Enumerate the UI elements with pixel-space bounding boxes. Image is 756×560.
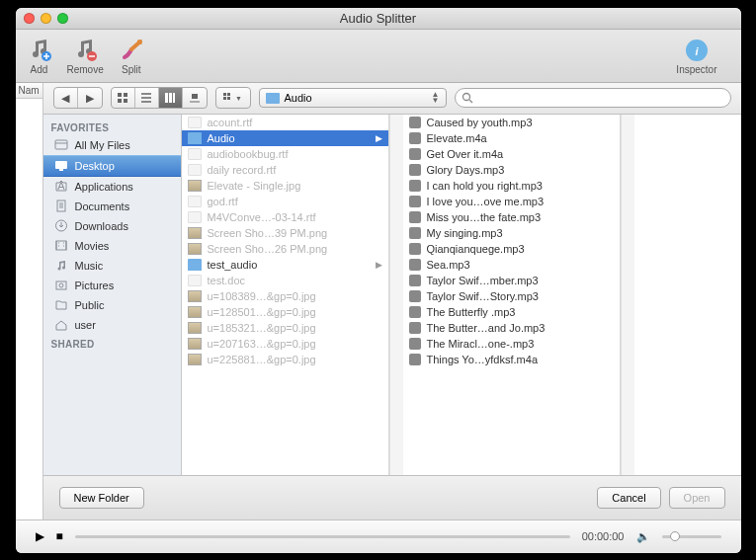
search-field[interactable] — [455, 88, 731, 108]
audio-thumbnail-icon — [409, 243, 421, 255]
sidebar-item-desktop[interactable]: Desktop — [43, 155, 181, 177]
svg-rect-18 — [55, 161, 67, 169]
list-item[interactable]: Glory Days.mp3 — [403, 162, 620, 178]
movies-icon — [53, 239, 69, 253]
svg-rect-6 — [118, 99, 122, 103]
audio-thumbnail-icon — [409, 259, 421, 271]
cancel-button[interactable]: Cancel — [597, 487, 660, 509]
path-popup[interactable]: Audio ▲▼ — [259, 88, 447, 108]
list-item-label: acount.rtf — [208, 117, 253, 128]
sidebar-item-label: Applications — [75, 181, 133, 193]
list-item[interactable]: The Miracl…one-.mp3 — [403, 336, 620, 352]
browser-column-1[interactable]: acount.rtfAudio▶audiobookbug.rtfdaily re… — [182, 115, 389, 475]
svg-point-16 — [462, 94, 469, 101]
svg-rect-7 — [124, 99, 127, 103]
list-item[interactable]: Things Yo…yfdksf.m4a — [403, 352, 620, 367]
list-item[interactable]: Screen Sho…39 PM.png — [182, 225, 388, 241]
column-view-button[interactable] — [159, 88, 183, 108]
finder-toolbar: ◀ ▶ ▼ Audio ▲▼ — [43, 83, 741, 115]
document-icon — [188, 275, 202, 286]
sidebar-item-applications[interactable]: AApplications — [43, 177, 181, 197]
split-button[interactable]: Split — [118, 37, 145, 75]
forward-button[interactable]: ▶ — [78, 88, 102, 108]
list-item[interactable]: Get Over it.m4a — [403, 146, 620, 162]
open-button[interactable]: Open — [669, 487, 725, 509]
list-item[interactable]: Miss you…the fate.mp3 — [403, 209, 620, 225]
list-item[interactable]: Screen Sho…26 PM.png — [182, 241, 388, 257]
favorites-header: FAVORITES — [43, 119, 181, 135]
list-item-label: The Miracl…one-.mp3 — [427, 338, 535, 350]
list-item-label: M4VConve…-03-14.rtf — [208, 211, 316, 223]
icon-view-button[interactable] — [112, 88, 135, 108]
list-item[interactable]: Taylor Swif…mber.mp3 — [403, 273, 620, 288]
list-item-label: daily record.rtf — [208, 164, 277, 176]
list-item[interactable]: audiobookbug.rtf — [182, 146, 388, 162]
list-item[interactable]: daily record.rtf — [182, 162, 388, 178]
list-item[interactable]: I love you…ove me.mp3 — [403, 194, 620, 209]
sidebar-item-label: Public — [75, 299, 105, 311]
svg-rect-11 — [192, 94, 198, 99]
name-column-header[interactable]: Nam — [16, 83, 42, 99]
sidebar-item-pictures[interactable]: Pictures — [43, 276, 181, 295]
list-item-label: test_audio — [208, 259, 258, 271]
applications-icon: A — [53, 180, 69, 194]
list-item[interactable]: My singing.mp3 — [403, 225, 620, 241]
list-item-label: Taylor Swif…mber.mp3 — [427, 275, 539, 286]
arrange-menu[interactable]: ▼ — [215, 87, 251, 109]
sidebar-item-movies[interactable]: Movies — [43, 236, 181, 256]
list-item[interactable]: test_audio▶ — [182, 257, 388, 273]
inspector-button[interactable]: i Inspector — [676, 37, 716, 75]
browser-column-2[interactable]: Caused by youth.mp3Elevate.m4aGet Over i… — [403, 115, 621, 475]
list-item[interactable]: The Butter…and Jo.mp3 — [403, 320, 620, 336]
sidebar-item-user[interactable]: user — [43, 315, 181, 335]
list-item-label: u=225881…&gp=0.jpg — [208, 354, 316, 365]
sidebar-item-music[interactable]: Music — [43, 256, 181, 276]
list-item[interactable]: Caused by youth.mp3 — [403, 115, 620, 130]
list-item[interactable]: u=185321…&gp=0.jpg — [182, 320, 388, 336]
svg-rect-15 — [227, 97, 230, 100]
list-item[interactable]: Taylor Swif…Story.mp3 — [403, 288, 620, 304]
list-item[interactable]: u=128501…&gp=0.jpg — [182, 304, 388, 320]
new-folder-button[interactable]: New Folder — [59, 487, 144, 509]
list-item[interactable]: Sea.mp3 — [403, 257, 620, 273]
list-item[interactable]: test.doc — [182, 273, 388, 288]
back-button[interactable]: ◀ — [54, 88, 78, 108]
list-item[interactable]: acount.rtf — [182, 115, 388, 130]
sidebar-item-documents[interactable]: Documents — [43, 197, 181, 216]
list-item[interactable]: u=108389…&gp=0.jpg — [182, 288, 388, 304]
stop-button[interactable]: ■ — [56, 529, 63, 543]
audio-thumbnail-icon — [409, 338, 421, 350]
remove-button[interactable]: Remove — [67, 37, 104, 75]
list-item[interactable]: u=207163…&gp=0.jpg — [182, 336, 388, 352]
image-icon — [188, 306, 202, 318]
list-item[interactable]: The Butterfly .mp3 — [403, 304, 620, 320]
view-mode-segment — [111, 87, 208, 109]
sidebar-item-all-my-files[interactable]: All My Files — [43, 135, 181, 155]
list-item-label: The Butterfly .mp3 — [427, 306, 516, 318]
list-item[interactable]: god.rtf — [182, 194, 388, 209]
scrollbar[interactable] — [621, 115, 634, 475]
list-item[interactable]: M4VConve…-03-14.rtf — [182, 209, 388, 225]
list-item[interactable]: Qianqianquege.mp3 — [403, 241, 620, 257]
audio-thumbnail-icon — [409, 148, 421, 160]
svg-point-25 — [59, 283, 63, 287]
seek-slider[interactable] — [75, 535, 570, 538]
list-view-button[interactable] — [135, 88, 159, 108]
audio-thumbnail-icon — [409, 354, 421, 365]
scrollbar[interactable] — [389, 115, 403, 475]
list-item[interactable]: Elevate.m4a — [403, 130, 620, 146]
add-button[interactable]: Add — [26, 37, 53, 75]
list-item[interactable]: Audio▶ — [182, 130, 388, 146]
coverflow-view-button[interactable] — [183, 88, 207, 108]
list-item[interactable]: I can hold you right.mp3 — [403, 178, 620, 194]
sidebar-item-public[interactable]: Public — [43, 295, 181, 315]
list-item[interactable]: u=225881…&gp=0.jpg — [182, 352, 388, 367]
titlebar: Audio Splitter — [16, 8, 741, 30]
audio-thumbnail-icon — [409, 290, 421, 302]
dialog-button-bar: New Folder Cancel Open — [43, 476, 741, 520]
list-item-label: Elevate - Single.jpg — [208, 180, 301, 192]
sidebar-item-downloads[interactable]: Downloads — [43, 216, 181, 236]
list-item[interactable]: Elevate - Single.jpg — [182, 178, 388, 194]
play-button[interactable]: ▶ — [36, 529, 44, 543]
volume-slider[interactable] — [662, 535, 721, 538]
